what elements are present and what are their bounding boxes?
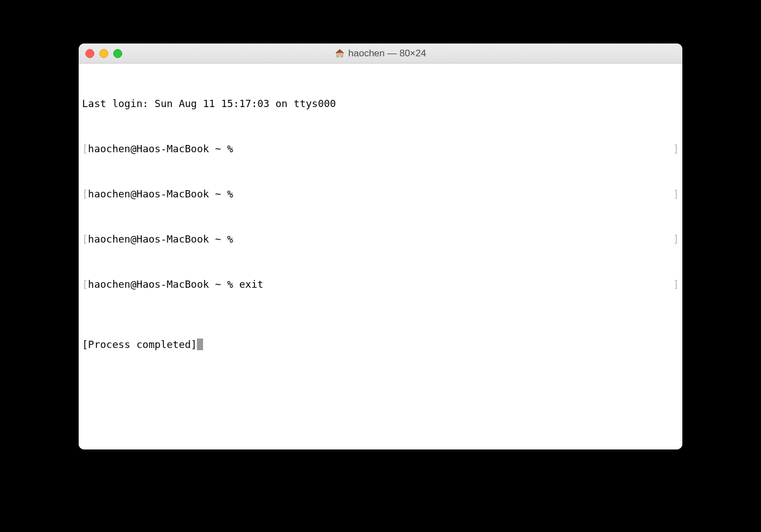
titlebar[interactable]: haochen — 80×24 [79,43,682,64]
home-icon [335,49,345,59]
left-bracket: [ [82,143,88,154]
terminal-window: haochen — 80×24 Last login: Sun Aug 11 1… [79,43,682,449]
last-login-text: Last login: Sun Aug 11 15:17:03 on ttys0… [82,96,336,111]
terminal-content[interactable]: Last login: Sun Aug 11 15:17:03 on ttys0… [79,64,682,449]
right-bracket: ] [673,186,679,201]
prompt-line: [haochen@Haos-MacBook ~ % ] [82,186,679,201]
close-button[interactable] [85,49,94,58]
prompt-line: [haochen@Haos-MacBook ~ % ] [82,231,679,246]
process-completed-text: [Process completed] [82,337,197,352]
window-title-text: haochen — 80×24 [348,48,426,59]
left-bracket: [ [82,233,88,245]
last-login-line: Last login: Sun Aug 11 15:17:03 on ttys0… [82,96,679,111]
traffic-lights [85,49,122,58]
minimize-button[interactable] [99,49,108,58]
right-bracket: ] [673,231,679,246]
prompt-text: haochen@Haos-MacBook ~ % [88,233,239,245]
zoom-button[interactable] [113,49,122,58]
right-bracket: ] [673,141,679,156]
prompt-line: [haochen@Haos-MacBook ~ % ] [82,141,679,156]
prompt-text: haochen@Haos-MacBook ~ % [88,278,239,290]
prompt-line: [haochen@Haos-MacBook ~ % exit] [82,277,679,292]
prompt-text: haochen@Haos-MacBook ~ % [88,143,239,154]
prompt-text: haochen@Haos-MacBook ~ % [88,188,239,200]
window-title: haochen — 80×24 [79,48,682,59]
command-text: exit [239,278,263,290]
left-bracket: [ [82,188,88,200]
cursor-icon [197,338,203,350]
process-completed-line: [Process completed] [82,337,679,352]
right-bracket: ] [673,277,679,292]
left-bracket: [ [82,278,88,290]
